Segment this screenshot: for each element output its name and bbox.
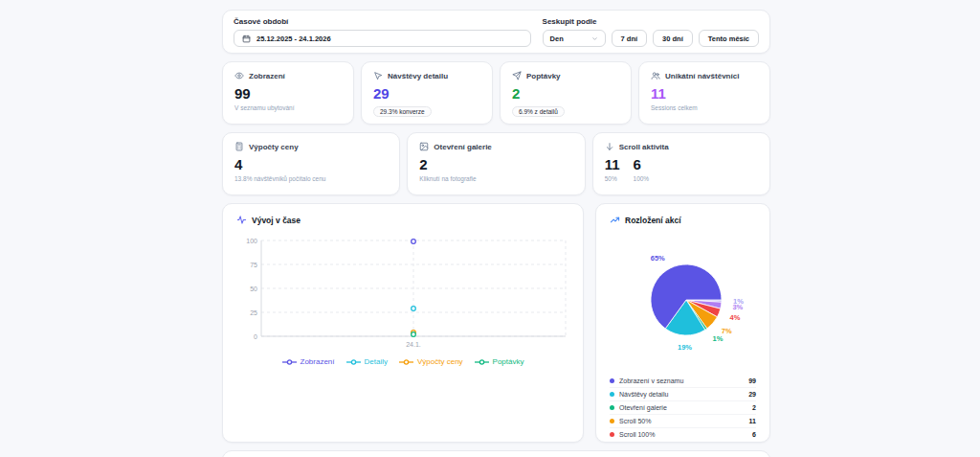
legend-label: Zobrazení xyxy=(301,357,335,366)
conversion-badge: 29.3% konverze xyxy=(373,106,432,117)
group-by-value: Den xyxy=(550,34,564,43)
stats-row-2: Výpočty ceny 4 13.8% návštěvníků počítal… xyxy=(222,132,770,195)
quick-range-7d-button[interactable]: 7 dní xyxy=(612,30,648,47)
stat-subtitle: 13.8% návštěvníků počítalo cenu xyxy=(234,175,388,182)
analytics-dashboard: Časové období 25.12.2025 - 24.1.2026 Ses… xyxy=(0,0,980,457)
stat-subtitle: Kliknutí na fotografie xyxy=(419,175,572,182)
legend-value: 99 xyxy=(748,377,756,384)
stat-card-unique-visitors: Unikátní návštěvníci 11 Sessions celkem xyxy=(638,61,770,125)
stat-value: 2 xyxy=(512,86,619,101)
pie-slice-label: 1% xyxy=(713,334,724,343)
legend-item[interactable]: Detaily xyxy=(346,357,388,366)
stat-value: 6 xyxy=(634,157,650,171)
legend-label: Poptávky xyxy=(493,357,524,366)
svg-text:0: 0 xyxy=(254,333,257,340)
svg-text:100: 100 xyxy=(246,238,257,244)
pie-slice-label: 4% xyxy=(730,313,741,322)
legend-item[interactable]: Zobrazení xyxy=(282,357,335,366)
legend-item[interactable]: Výpočty ceny xyxy=(399,357,463,366)
stat-value: 29 xyxy=(373,86,480,101)
group-by-label: Seskupit podle xyxy=(543,17,759,26)
svg-text:25: 25 xyxy=(250,309,257,316)
stats-row-1: Zobrazení 99 V seznamu ubytování Návštěv… xyxy=(222,61,770,125)
eye-icon xyxy=(234,71,244,80)
dashboard-content: Časové období 25.12.2025 - 24.1.2026 Ses… xyxy=(222,10,770,457)
next-section-card xyxy=(222,450,770,457)
legend-item[interactable]: Poptávky xyxy=(475,357,524,366)
calculator-icon xyxy=(234,142,244,151)
stat-value: 2 xyxy=(419,157,572,171)
legend-label: Zobrazení v seznamu xyxy=(619,377,683,384)
stat-card-price-calculations: Výpočty ceny 4 13.8% návštěvníků počítal… xyxy=(222,132,400,195)
quick-range-30d-button[interactable]: 30 dní xyxy=(653,30,693,47)
stat-subtitle: 50% xyxy=(605,175,620,182)
trending-up-icon xyxy=(610,215,620,225)
data-point-Zobrazení xyxy=(412,240,416,244)
stat-label: Zobrazení xyxy=(249,72,285,80)
pie-slice-label: 7% xyxy=(722,327,732,335)
legend-dot xyxy=(610,378,614,383)
line-chart-legend: ZobrazeníDetailyVýpočty cenyPoptávky xyxy=(236,357,569,366)
filter-controls: Den 7 dní 30 dní Tento měsíc xyxy=(543,30,759,47)
legend-value: 2 xyxy=(752,404,756,411)
data-point-Poptávky xyxy=(412,332,416,337)
stat-label: Unikátní návštěvníci xyxy=(665,72,739,80)
stat-label: Návštěvy detailu xyxy=(388,72,448,80)
legend-label: Scroll 100% xyxy=(619,431,655,438)
legend-dot xyxy=(610,419,614,423)
pie-slice-label: 65% xyxy=(651,254,665,263)
scroll-50-stat: 11 50% xyxy=(605,157,620,182)
legend-dot xyxy=(610,405,614,410)
date-range-value: 25.12.2025 - 24.1.2026 xyxy=(256,34,331,43)
date-range-input[interactable]: 25.12.2025 - 24.1.2026 xyxy=(234,30,531,47)
svg-text:24.1.: 24.1. xyxy=(406,341,421,348)
users-icon xyxy=(651,71,660,80)
legend-value: 29 xyxy=(748,391,756,398)
legend-dot xyxy=(610,392,614,397)
legend-label: Otevření galerie xyxy=(619,404,667,411)
timeline-chart-card: Vývoj v čase 025507510024.1. ZobrazeníDe… xyxy=(222,203,584,443)
chart-title: Rozložení akcí xyxy=(625,216,681,225)
stat-card-inquiries: Poptávky 2 6.9% z detailů xyxy=(500,61,632,125)
pie-chart: 1%3%4%7%1%19%65% xyxy=(610,225,758,369)
quick-range-month-button[interactable]: Tento měsíc xyxy=(699,30,759,47)
legend-label: Návštěvy detailu xyxy=(619,391,668,398)
activity-icon xyxy=(236,215,247,225)
legend-label: Výpočty ceny xyxy=(417,357,463,366)
legend-dot xyxy=(610,432,614,437)
calendar-icon xyxy=(242,34,251,43)
data-point-Detaily xyxy=(412,307,416,311)
legend-label: Detaily xyxy=(365,357,388,366)
chart-title: Vývoj v čase xyxy=(252,216,301,225)
image-icon xyxy=(419,142,429,151)
stat-label: Scroll aktivita xyxy=(619,143,669,151)
stat-subtitle: Sessions celkem xyxy=(651,104,758,111)
pie-chart-legend: Zobrazení v seznamu99Návštěvy detailu29O… xyxy=(610,375,756,441)
pie-slice-label: 3% xyxy=(732,303,743,311)
pie-legend-row: Otevření galerie2 xyxy=(610,401,756,415)
chevron-down-icon xyxy=(591,35,598,42)
stat-label: Otevření galerie xyxy=(434,143,491,151)
stat-subtitle: 100% xyxy=(634,175,650,182)
legend-label: Scroll 50% xyxy=(619,418,651,424)
cursor-click-icon xyxy=(373,71,383,80)
stat-label: Poptávky xyxy=(526,72,561,80)
pie-legend-row: Scroll 50%11 xyxy=(610,415,756,428)
send-icon xyxy=(512,71,522,80)
stat-value: 99 xyxy=(234,86,342,101)
svg-text:50: 50 xyxy=(250,286,257,292)
charts-row: Vývoj v čase 025507510024.1. ZobrazeníDe… xyxy=(222,203,770,443)
group-by-group: Seskupit podle Den 7 dní 30 dní Tento mě… xyxy=(543,17,759,45)
pie-legend-row: Návštěvy detailu29 xyxy=(610,388,756,401)
stat-label: Výpočty ceny xyxy=(249,143,299,151)
pie-slice-label: 19% xyxy=(678,343,692,352)
group-by-select[interactable]: Den xyxy=(543,30,606,47)
stat-subtitle: V seznamu ubytování xyxy=(234,104,342,111)
stat-card-views: Zobrazení 99 V seznamu ubytování xyxy=(222,61,354,125)
scroll-100-stat: 6 100% xyxy=(634,157,650,182)
date-range-label: Časové období xyxy=(234,17,531,26)
stat-card-gallery-opens: Otevření galerie 2 Kliknutí na fotografi… xyxy=(407,132,585,195)
actions-pie-card: Rozložení akcí 1%3%4%7%1%19%65% Zobrazen… xyxy=(595,203,770,443)
arrow-down-icon xyxy=(605,142,614,151)
svg-text:75: 75 xyxy=(250,262,257,268)
